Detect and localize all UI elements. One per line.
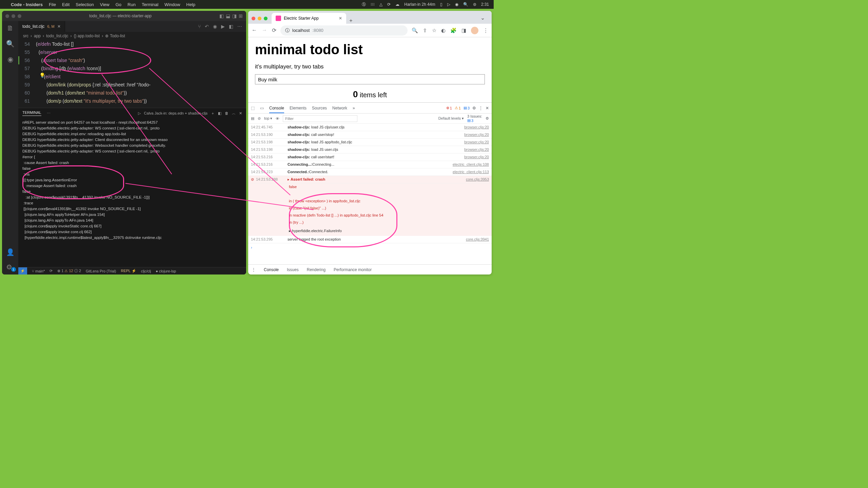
new-tab-button[interactable]: + bbox=[346, 18, 356, 24]
menu-selection[interactable]: Selection bbox=[76, 2, 94, 7]
search-icon[interactable]: 🔍 bbox=[6, 40, 15, 48]
extensions-icon[interactable]: 🧩 bbox=[450, 27, 457, 34]
menubar-calendar-icon[interactable]: ▯ bbox=[440, 2, 442, 7]
info-count-badge[interactable]: ▤ 3 bbox=[463, 106, 470, 110]
panel-bottom-icon[interactable]: ⬓ bbox=[226, 13, 230, 19]
back-button[interactable]: ← bbox=[252, 27, 257, 34]
warning-count-badge[interactable]: ⚠ 1 bbox=[455, 106, 461, 110]
issues-link[interactable]: 3 Issues: ▤ 3 bbox=[467, 114, 482, 123]
tab-elements[interactable]: Elements bbox=[290, 106, 307, 110]
menubar-skype-icon[interactable]: Ⓢ bbox=[362, 2, 366, 7]
layout-icon[interactable]: ⊞ bbox=[239, 13, 243, 19]
chrome-menu-icon[interactable]: ⋮ bbox=[483, 27, 488, 34]
file-type[interactable]: cljc/clj bbox=[141, 269, 151, 273]
extension-icon[interactable]: ◐ bbox=[441, 27, 446, 34]
menubar-clock[interactable]: 2:31 bbox=[481, 2, 489, 7]
menu-view[interactable]: View bbox=[100, 2, 110, 7]
drawer-issues[interactable]: Issues bbox=[287, 267, 299, 272]
sidepanel-icon[interactable]: ◨ bbox=[461, 27, 466, 34]
drawer-menu-icon[interactable]: ⋮ bbox=[252, 267, 256, 272]
editor-tab[interactable]: todo_list.cljc 6, M ✕ bbox=[18, 21, 65, 32]
tab-console[interactable]: Console bbox=[269, 106, 284, 113]
error-count-badge[interactable]: ⊗ 1 bbox=[446, 106, 452, 110]
menubar-sync-icon[interactable]: ⟳ bbox=[387, 2, 391, 7]
close-panel-icon[interactable]: ✕ bbox=[239, 111, 242, 116]
menubar-dropbox-icon[interactable]: △ bbox=[379, 2, 382, 7]
kill-terminal-icon[interactable]: 🗑 bbox=[225, 111, 229, 115]
menubar-cloud-icon[interactable]: ☁ bbox=[395, 2, 399, 7]
drawer-console[interactable]: Console bbox=[264, 267, 279, 272]
close-tab-icon[interactable]: ✕ bbox=[57, 24, 61, 29]
menu-run[interactable]: Run bbox=[127, 2, 136, 7]
log-levels[interactable]: Default levels ▾ bbox=[438, 116, 464, 121]
devtools-close-icon[interactable]: ✕ bbox=[486, 106, 489, 110]
terminal-more-icon[interactable]: ⋯ bbox=[47, 111, 51, 116]
split-terminal-icon[interactable]: ◧ bbox=[218, 111, 221, 116]
settings-icon[interactable]: ⚙1 bbox=[6, 263, 15, 271]
menu-window[interactable]: Window bbox=[164, 2, 180, 7]
address-bar[interactable]: ⓘ localhost:8080 bbox=[280, 25, 408, 36]
sidebar-toggle-icon[interactable]: ▤ bbox=[251, 116, 254, 121]
lsp-status[interactable]: ● clojure-lsp bbox=[156, 269, 176, 273]
chevron-up-icon[interactable]: ︿ bbox=[232, 111, 236, 116]
menu-help[interactable]: Help bbox=[186, 2, 195, 7]
devtools-settings-icon[interactable]: ⚙ bbox=[472, 106, 476, 110]
git-branch[interactable]: ⑂ main* bbox=[32, 269, 45, 273]
tab-sources[interactable]: Sources bbox=[312, 106, 327, 110]
menu-terminal[interactable]: Terminal bbox=[142, 2, 158, 7]
panel-right-icon[interactable]: ◨ bbox=[232, 13, 237, 19]
gitlens-status[interactable]: GitLens Pro (Trial) bbox=[86, 269, 116, 273]
drawer-rendering[interactable]: Rendering bbox=[307, 267, 326, 272]
menubar-user[interactable]: Harlan · in 2h 44m bbox=[404, 2, 435, 7]
reload-button[interactable]: ⟳ bbox=[272, 27, 276, 34]
live-expression-icon[interactable]: 👁 bbox=[276, 117, 279, 121]
window-minimize-icon[interactable] bbox=[12, 14, 15, 18]
split-icon[interactable]: ◧ bbox=[229, 24, 233, 29]
run-icon[interactable]: ▶ bbox=[221, 24, 225, 29]
console-output[interactable]: 14:21:45.745shadow-cljs: load JS cljs/us… bbox=[248, 124, 492, 264]
terminal-tab[interactable]: TERMINAL bbox=[22, 110, 41, 116]
window-close-icon[interactable] bbox=[252, 17, 255, 20]
device-icon[interactable]: ▭ bbox=[260, 106, 264, 110]
explorer-icon[interactable]: 🗎 bbox=[7, 24, 14, 32]
window-minimize-icon[interactable] bbox=[258, 17, 261, 20]
close-tab-icon[interactable]: ✕ bbox=[339, 16, 342, 21]
forward-button[interactable]: → bbox=[262, 27, 267, 34]
new-terminal-icon[interactable]: ＋ bbox=[211, 111, 215, 116]
window-zoom-icon[interactable] bbox=[264, 17, 268, 20]
clear-console-icon[interactable]: ⊘ bbox=[258, 116, 261, 121]
devtools-menu-icon[interactable]: ⋮ bbox=[479, 106, 483, 110]
account-icon[interactable]: 👤 bbox=[6, 248, 15, 256]
revert-icon[interactable]: ↶ bbox=[205, 24, 209, 29]
calva-icon[interactable]: ◉ bbox=[7, 55, 13, 63]
context-selector[interactable]: top ▾ bbox=[264, 116, 272, 121]
menu-go[interactable]: Go bbox=[116, 2, 121, 7]
problems[interactable]: ⊗ 1 ⚠ 12 ⓘ 2 bbox=[57, 268, 81, 273]
drawer-performance[interactable]: Performance monitor bbox=[334, 267, 372, 272]
menu-file[interactable]: File bbox=[49, 2, 56, 7]
more-icon[interactable]: ⋯ bbox=[237, 24, 242, 29]
frontmost-app[interactable]: Code - Insiders bbox=[11, 2, 43, 7]
window-zoom-icon[interactable] bbox=[18, 14, 21, 18]
zoom-icon[interactable]: 🔍 bbox=[412, 27, 418, 34]
menu-edit[interactable]: Edit bbox=[62, 2, 70, 7]
expand-tabs-icon[interactable]: ⌄ bbox=[480, 15, 488, 24]
window-close-icon[interactable] bbox=[5, 14, 9, 18]
bookmark-icon[interactable]: ☆ bbox=[432, 27, 436, 34]
repl-status[interactable]: REPL ⚡ bbox=[121, 269, 136, 273]
inspect-icon[interactable]: ⬚ bbox=[251, 106, 255, 110]
breadcrumb[interactable]: src › app › todo_list.cljc › {} app.todo… bbox=[18, 32, 246, 40]
tab-network[interactable]: Network bbox=[332, 106, 347, 110]
repl-connect-icon[interactable]: ◉ bbox=[213, 24, 217, 29]
todo-input[interactable] bbox=[255, 74, 485, 84]
terminal-session-name[interactable]: Calva Jack-in: deps.edn + shadow-cljs bbox=[144, 111, 208, 115]
menubar-grid-icon[interactable]: ⁝⁝⁝ bbox=[371, 2, 375, 7]
code-editor[interactable]: 💡 54(e/defn Todo-list []55 (e/server56 (… bbox=[18, 40, 246, 108]
more-tabs-icon[interactable]: » bbox=[353, 106, 355, 110]
panel-left-icon[interactable]: ◧ bbox=[219, 13, 224, 19]
git-compare-icon[interactable]: ⑂ bbox=[198, 24, 201, 29]
browser-tab[interactable]: Electric Starter App ✕ bbox=[272, 13, 346, 24]
share-icon[interactable]: ⇪ bbox=[423, 27, 427, 34]
profile-avatar[interactable] bbox=[471, 27, 478, 34]
site-info-icon[interactable]: ⓘ bbox=[285, 27, 290, 34]
